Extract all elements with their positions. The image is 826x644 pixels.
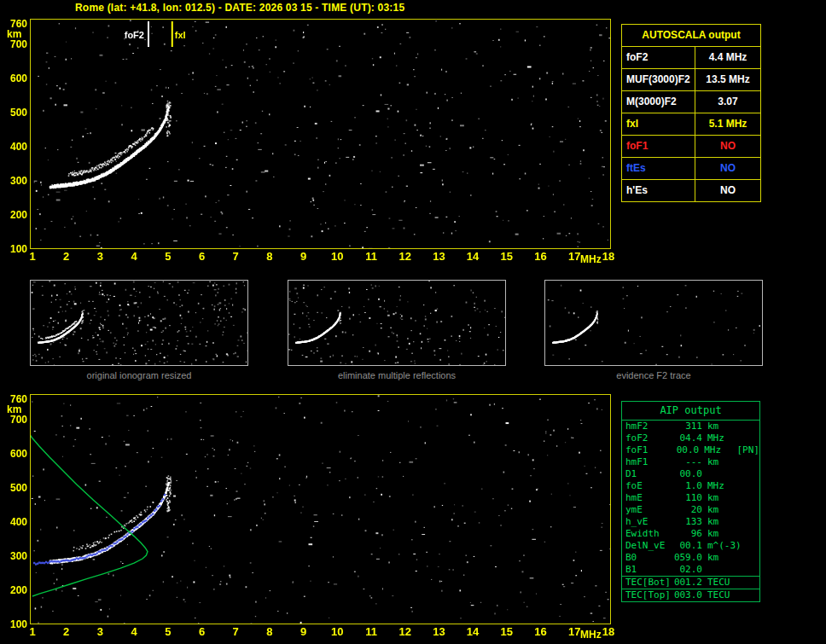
- aip-unit: km: [702, 528, 742, 540]
- x-tick-label: 4: [123, 251, 145, 262]
- y-tick-label: 700: [2, 415, 27, 425]
- autoscala-table-rows: foF24.4 MHzMUF(3000)F213.5 MHzM(3000)F23…: [622, 47, 760, 201]
- aip-unit: [702, 564, 742, 576]
- x-tick-label: 13: [428, 251, 450, 262]
- x-tick-label: 8: [259, 251, 281, 262]
- aip-val: 311: [673, 421, 702, 432]
- autoscala-row-muf-3000-f2: MUF(3000)F213.5 MHz: [622, 68, 760, 90]
- aip-unit: km: [702, 552, 742, 564]
- x-tick-label: 4: [123, 626, 145, 637]
- x-tick-label: 18: [597, 626, 620, 637]
- x-tick-label: 3: [89, 251, 111, 262]
- thumbnail-1: [30, 280, 248, 366]
- aip-unit: MHz: [702, 480, 742, 492]
- aip-val: ---: [673, 456, 702, 468]
- y-tick-label: 700: [2, 39, 27, 49]
- x-tick-label: 14: [462, 251, 484, 262]
- aip-val: 133: [673, 516, 702, 528]
- aip-name: D1: [625, 468, 673, 480]
- aip-name: DelN_vE: [625, 540, 673, 552]
- aip-note: [742, 577, 759, 589]
- aip-row-hmf2: hmF2311km: [622, 421, 759, 432]
- x-tick-label: 13: [428, 626, 450, 637]
- x-tick-label: 15: [496, 251, 518, 262]
- aip-name: foE: [625, 480, 673, 492]
- thumbnail-canvas-1: [31, 281, 247, 365]
- aip-note: [742, 528, 759, 540]
- parameter-value: 4.4 MHz: [695, 47, 760, 68]
- autoscala-row-m-3000-f2: M(3000)F23.07: [622, 90, 760, 113]
- y-tick-label: 760: [2, 394, 27, 404]
- x-tick-label: 15: [496, 626, 518, 637]
- y-axis-unit-label: km: [7, 29, 21, 39]
- aip-note: [742, 516, 759, 528]
- autoscala-row-h-es: h'EsNO: [622, 179, 760, 201]
- x-tick-label: 7: [224, 626, 247, 637]
- parameter-name: h'Es: [622, 180, 695, 201]
- aip-val: 00.0: [673, 468, 702, 480]
- profile-ionogram-canvas: [31, 395, 610, 624]
- x-tick-label: 18: [597, 251, 620, 262]
- aip-unit: TECU: [702, 589, 742, 601]
- x-tick-label: 2: [55, 626, 78, 637]
- x-axis-unit-label: MHz: [580, 629, 602, 640]
- aip-name: h_vE: [625, 516, 673, 528]
- aip-row-tec-top-: TEC[Top]003.0TECU: [622, 589, 759, 601]
- aip-unit: km: [702, 516, 742, 528]
- x-tick-label: 10: [326, 251, 348, 262]
- aip-name: TEC[Bot]: [625, 577, 673, 589]
- aip-name: Ewidth: [625, 528, 673, 540]
- x-tick-label: 16: [530, 626, 552, 637]
- station-title: Rome (lat: +41.8, lon: 012.5) - DATE: 20…: [75, 2, 404, 14]
- aip-unit: MHz: [699, 444, 736, 456]
- y-tick-label: 300: [2, 176, 27, 186]
- aip-note: [742, 468, 759, 480]
- parameter-name: fxI: [622, 113, 695, 135]
- x-tick-label: 8: [259, 626, 281, 637]
- scaled-ionogram-plot: [30, 19, 611, 249]
- aip-row-hmf1: hmF1---km: [622, 456, 759, 468]
- x-tick-label: 17: [563, 251, 585, 262]
- y-tick-label: 100: [2, 244, 27, 254]
- y-tick-label: 200: [2, 210, 27, 220]
- y-tick-label: 400: [2, 517, 27, 527]
- parameter-value: NO: [695, 180, 760, 201]
- thumbnail-canvas-3: [545, 281, 762, 365]
- aip-table-rows: hmF2311kmfoF204.4MHzfoF100.0MHz[PN]hmF1-…: [622, 421, 759, 601]
- aip-note: [742, 432, 759, 444]
- thumbnail-caption-2: eliminate multiple reflections: [288, 370, 506, 380]
- aip-note: [742, 552, 759, 564]
- aip-row-ewidth: Ewidth96km: [622, 528, 759, 540]
- x-tick-label: 1: [21, 626, 44, 637]
- x-tick-label: 12: [394, 626, 416, 637]
- aip-unit: [702, 468, 742, 480]
- parameter-name: ftEs: [622, 158, 695, 179]
- thumbnail-caption-1: original ionogram resized: [30, 370, 248, 380]
- aip-row-b1: B102.0: [622, 564, 759, 576]
- parameter-name: foF1: [622, 136, 695, 157]
- x-tick-label: 14: [462, 626, 484, 637]
- aip-unit: km: [702, 421, 742, 432]
- profile-ionogram-plot: [30, 394, 611, 624]
- aip-note: [742, 589, 759, 601]
- parameter-value: NO: [695, 136, 760, 157]
- aip-unit: MHz: [702, 432, 742, 444]
- aip-table-header: AIP output: [622, 402, 759, 421]
- aip-note: [742, 540, 759, 552]
- aip-note: [742, 564, 759, 576]
- aip-name: hmE: [625, 492, 673, 504]
- x-tick-label: 17: [563, 626, 585, 637]
- thumbnail-canvas-2: [288, 281, 505, 365]
- aip-val: 059.0: [673, 552, 702, 564]
- aip-val: 00.1: [673, 540, 702, 552]
- aip-row-deln-ve: DelN_vE00.1m^(-3): [622, 540, 759, 552]
- y-tick-label: 600: [2, 73, 27, 84]
- aip-val: 96: [673, 528, 702, 540]
- x-tick-label: 16: [530, 251, 552, 262]
- y-tick-label: 500: [2, 483, 27, 493]
- aip-unit: m^(-3): [702, 540, 742, 552]
- aip-val: 1.0: [673, 480, 702, 492]
- x-tick-label: 5: [157, 251, 179, 262]
- parameter-name: MUF(3000)F2: [622, 69, 695, 90]
- aip-note: [742, 480, 759, 492]
